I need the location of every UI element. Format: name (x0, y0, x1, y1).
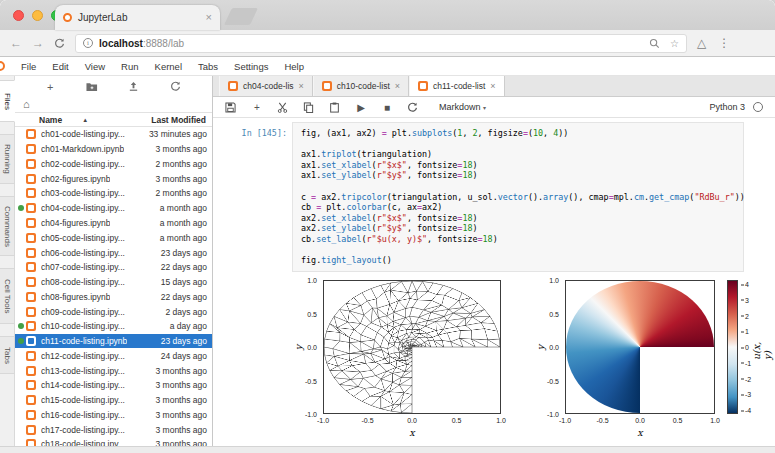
menu-tabs[interactable]: Tabs (190, 61, 226, 72)
file-row[interactable]: ch04-figures.ipynba month ago (15, 216, 212, 231)
triangulation-mesh-canvas (324, 281, 500, 413)
add-cell-icon[interactable]: + (251, 102, 263, 113)
file-row[interactable]: ch02-code-listing.ipy...2 months ago (15, 157, 212, 172)
code-line (301, 245, 735, 256)
window-close-button[interactable] (13, 10, 24, 21)
window-minimize-button[interactable] (32, 10, 43, 21)
save-icon[interactable] (225, 102, 237, 113)
extension-icon[interactable]: △ (697, 36, 706, 50)
column-last-modified[interactable]: Last Modified (151, 115, 206, 125)
forward-icon[interactable]: → (32, 36, 44, 50)
cell-type-dropdown[interactable]: Markdown ▾ (439, 102, 486, 112)
file-row[interactable]: ch11-code-listing.ipynb23 days ago (15, 334, 212, 349)
file-name: ch04-figures.ipynb (41, 218, 110, 228)
notebook-content: In [145]: fig, (ax1, ax2) = plt.subplots… (213, 118, 775, 452)
restart-refresh-icon[interactable] (407, 102, 419, 113)
file-modified: 3 months ago (155, 174, 207, 184)
triplot-axes (323, 280, 501, 414)
triplot-ylabel: y (293, 345, 304, 350)
sidebar-tab-tabs[interactable]: Tabs (0, 336, 15, 374)
notebook-file-icon (26, 129, 36, 139)
back-icon[interactable]: ← (10, 36, 22, 50)
address-bar[interactable]: i localhost:8888/lab ☆ (75, 34, 687, 53)
y-tick-label: 0.0 (307, 344, 317, 351)
doc-tab-close-icon[interactable]: × (299, 81, 304, 91)
sidebar-tab-running[interactable]: Running (0, 134, 15, 184)
file-modified: 2 months ago (155, 159, 207, 169)
cell-code-editor[interactable]: fig, (ax1, ax2) = plt.subplots(1, 2, fig… (292, 122, 744, 272)
bookmark-star-icon[interactable]: ☆ (670, 38, 679, 49)
kernel-status-icon[interactable] (753, 102, 763, 112)
notebook-file-icon (26, 277, 36, 287)
code-cell[interactable]: In [145]: fig, (ax1, ax2) = plt.subplots… (213, 122, 775, 272)
stop-icon[interactable]: ■ (381, 102, 393, 113)
menu-settings[interactable]: Settings (226, 61, 276, 72)
file-row[interactable]: ch05-code-listing.ipy...a month ago (15, 230, 212, 245)
file-name: ch08-figures.ipynb (41, 292, 110, 302)
sidebar-tab-files[interactable]: Files (0, 80, 15, 122)
new-tab-button[interactable] (224, 8, 258, 25)
file-name: ch16-code-listing.ipy... (41, 410, 125, 420)
tab-close-icon[interactable]: × (206, 12, 212, 23)
file-row[interactable]: ch06-code-listing.ipy...23 days ago (15, 245, 212, 260)
refresh-icon[interactable] (170, 81, 183, 92)
menu-view[interactable]: View (77, 61, 113, 72)
notebook-file-icon (26, 425, 36, 435)
file-row[interactable]: ch07-code-listing.ipy...22 days ago (15, 260, 212, 275)
breadcrumb: ⌂ (15, 97, 212, 112)
file-row[interactable]: ch16-code-listing.ipy...3 months ago (15, 408, 212, 423)
kernel-name[interactable]: Python 3 (709, 102, 745, 112)
kernel-running-dot (18, 205, 24, 211)
file-row[interactable]: ch10-code-listing.ipy...a day ago (15, 319, 212, 334)
doc-tab-ch11-code-list[interactable]: ch11-code-list× (409, 76, 505, 96)
browser-tab[interactable]: JupyterLab × (55, 5, 220, 30)
run-icon[interactable]: ▶ (355, 102, 367, 113)
sort-ascending-icon[interactable]: ▲ (82, 117, 88, 123)
file-row[interactable]: ch13-code-listing.ipy...3 months ago (15, 363, 212, 378)
menu-help[interactable]: Help (276, 61, 312, 72)
reload-icon[interactable] (54, 38, 65, 49)
doc-tab-close-icon[interactable]: × (395, 81, 400, 91)
file-row[interactable]: ch15-code-listing.ipy...3 months ago (15, 393, 212, 408)
page-info-icon[interactable]: i (83, 38, 93, 48)
sidebar-tab-commands[interactable]: Commands (0, 196, 15, 256)
file-row[interactable]: ch12-code-listing.ipy...24 days ago (15, 348, 212, 363)
file-row[interactable]: ch03-code-listing.ipy...2 months ago (15, 186, 212, 201)
left-sidebar-tabstrip: FilesRunningCommandsCell ToolsTabs (0, 76, 15, 452)
file-row[interactable]: ch17-code-listing.ipy...3 months ago (15, 422, 212, 437)
menu-edit[interactable]: Edit (44, 61, 76, 72)
file-row[interactable]: ch08-figures.ipynb22 days ago (15, 289, 212, 304)
file-row[interactable]: ch14-code-listing.ipy...3 months ago (15, 378, 212, 393)
file-name: ch07-code-listing.ipy... (41, 262, 125, 272)
file-row[interactable]: ch08-code-listing.ipy...15 days ago (15, 275, 212, 290)
cut-icon[interactable] (277, 102, 289, 113)
kernel-running-dot (18, 146, 24, 152)
file-modified: 2 days ago (165, 307, 207, 317)
upload-icon[interactable] (128, 81, 141, 92)
paste-icon[interactable] (329, 102, 341, 113)
file-row[interactable]: ch01-Markdown.ipynb3 months ago (15, 142, 212, 157)
menu-kernel[interactable]: Kernel (147, 61, 190, 72)
home-icon[interactable]: ⌂ (23, 99, 30, 110)
doc-tab-ch10-code-list[interactable]: ch10-code-list× (313, 76, 409, 96)
menu-file[interactable]: File (13, 61, 44, 72)
sidebar-tab-cell-tools[interactable]: Cell Tools (0, 268, 15, 324)
column-name[interactable]: Name (39, 115, 62, 125)
file-name: ch09-code-listing.ipy... (41, 307, 125, 317)
doc-tab-close-icon[interactable]: × (490, 81, 495, 91)
new-launcher-icon[interactable]: + (44, 81, 57, 93)
code-line: c = ax2.tripcolor(triangulation, u_sol.v… (301, 192, 735, 203)
search-icon[interactable] (649, 38, 660, 49)
kernel-running-dot (18, 382, 24, 388)
file-row[interactable]: ch02-figures.ipynb3 months ago (15, 171, 212, 186)
doc-tab-ch04-code-lis[interactable]: ch04-code-lis× (219, 76, 313, 96)
file-row[interactable]: ch01-code-listing.ipy...33 minutes ago (15, 127, 212, 142)
copy-icon[interactable] (303, 102, 315, 113)
kernel-running-dot (18, 131, 24, 137)
file-row[interactable]: ch09-code-listing.ipy...2 days ago (15, 304, 212, 319)
new-folder-icon[interactable] (86, 81, 99, 92)
browser-menu-icon[interactable]: ⋮ (718, 36, 730, 50)
file-row[interactable]: ch04-code-listing.ipy...a month ago (15, 201, 212, 216)
kernel-running-dot (18, 279, 24, 285)
menu-run[interactable]: Run (113, 61, 146, 72)
